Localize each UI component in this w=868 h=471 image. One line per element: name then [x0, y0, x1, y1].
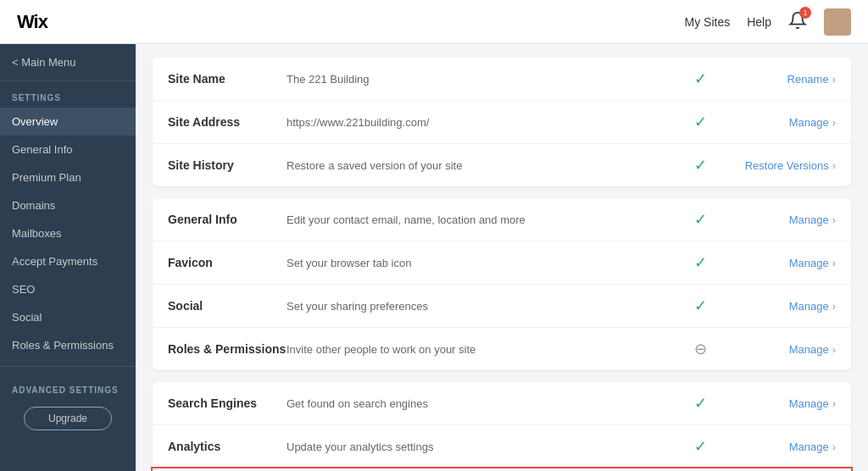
sidebar-item-premium-plan[interactable]: Premium Plan: [0, 163, 136, 191]
main-layout: < Main Menu SETTINGS Overview General In…: [0, 44, 868, 471]
row-status-icon: ✓: [683, 69, 717, 88]
chevron-right-icon: ›: [832, 397, 836, 410]
row-description: Set your sharing preferences: [287, 300, 683, 313]
sidebar-item-social[interactable]: Social: [0, 303, 136, 331]
check-icon: ✓: [694, 437, 707, 456]
main-content: Site Name The 221 Building ✓ Rename › Si…: [136, 44, 868, 471]
notification-count: 1: [799, 7, 811, 19]
sidebar-item-seo[interactable]: SEO: [0, 275, 136, 303]
check-icon: ✓: [694, 253, 707, 272]
table-row: Site Name The 221 Building ✓ Rename ›: [153, 58, 851, 101]
user-avatar[interactable]: [824, 8, 851, 36]
upgrade-button[interactable]: Upgrade: [24, 407, 112, 430]
manage-link[interactable]: Manage: [789, 116, 829, 129]
row-description: Get found on search engines: [287, 397, 683, 410]
manage-link[interactable]: Manage: [789, 257, 829, 269]
sidebar-item-domains[interactable]: Domains: [0, 191, 136, 219]
row-label: Roles & Permissions: [168, 342, 287, 356]
row-description: Invite other people to work on your site: [287, 343, 683, 356]
check-icon: ✓: [694, 210, 707, 229]
row-action: Manage ›: [717, 116, 836, 129]
check-icon: ✓: [694, 394, 707, 413]
chevron-right-icon: ›: [832, 441, 836, 453]
restore-versions-link[interactable]: Restore Versions: [745, 159, 829, 172]
row-status-icon: ✓: [683, 253, 717, 272]
row-action: Manage ›: [717, 257, 836, 269]
site-details-card: General Info Edit your contact email, na…: [153, 198, 851, 370]
row-action: Manage ›: [717, 300, 836, 313]
chevron-right-icon: ›: [832, 73, 836, 86]
sidebar-item-overview[interactable]: Overview: [0, 108, 136, 136]
table-row: Social Set your sharing preferences ✓ Ma…: [153, 285, 851, 328]
row-status-icon: ✓: [683, 437, 717, 456]
row-label: Site Address: [168, 115, 287, 129]
my-sites-link[interactable]: My Sites: [685, 15, 731, 29]
row-label: Social: [168, 299, 287, 313]
row-action: Manage ›: [717, 397, 836, 410]
sidebar-item-accept-payments[interactable]: Accept Payments: [0, 247, 136, 275]
wix-logo: Wix: [17, 11, 47, 33]
sidebar-divider: [0, 366, 136, 367]
manage-link[interactable]: Manage: [789, 213, 829, 226]
chevron-right-icon: ›: [832, 213, 836, 226]
sidebar: < Main Menu SETTINGS Overview General In…: [0, 44, 136, 471]
chevron-right-icon: ›: [832, 159, 836, 172]
table-row: Search Engines Get found on search engin…: [153, 382, 851, 425]
check-icon: ✓: [694, 156, 707, 175]
manage-link[interactable]: Manage: [789, 300, 829, 313]
check-icon: ✓: [694, 296, 707, 315]
row-label: Search Engines: [168, 396, 287, 410]
row-description: The 221 Building: [287, 73, 683, 86]
site-basics-card: Site Name The 221 Building ✓ Rename › Si…: [153, 58, 851, 186]
row-status-icon: ✓: [683, 113, 717, 131]
table-row: Site Address https://www.221building.com…: [153, 101, 851, 144]
sidebar-item-roles-permissions[interactable]: Roles & Permissions: [0, 331, 136, 359]
row-description: Edit your contact email, name, location …: [287, 213, 683, 226]
row-status-icon: ✓: [683, 210, 717, 229]
row-action: Rename ›: [717, 73, 836, 86]
row-action: Manage ›: [717, 213, 836, 226]
row-description: Update your analytics settings: [287, 441, 683, 453]
chevron-right-icon: ›: [832, 343, 836, 356]
manage-link[interactable]: Manage: [789, 397, 829, 410]
check-icon: ✓: [694, 69, 707, 88]
row-label: General Info: [168, 213, 287, 226]
table-row: Analytics Update your analytics settings…: [153, 425, 851, 468]
table-row: Roles & Permissions Invite other people …: [153, 328, 851, 370]
notifications-bell[interactable]: 1: [788, 11, 807, 33]
row-action: Manage ›: [717, 441, 836, 453]
rename-link[interactable]: Rename: [787, 73, 829, 86]
manage-link[interactable]: Manage: [789, 441, 829, 453]
sidebar-item-mailboxes[interactable]: Mailboxes: [0, 219, 136, 247]
top-nav-right: My Sites Help 1: [685, 8, 851, 36]
row-status-icon: ✓: [683, 394, 717, 413]
table-row: General Info Edit your contact email, na…: [153, 198, 851, 241]
row-status-icon: ✓: [683, 296, 717, 315]
advanced-settings-card: Search Engines Get found on search engin…: [153, 382, 851, 471]
row-action: Restore Versions ›: [717, 159, 836, 172]
chevron-right-icon: ›: [832, 300, 836, 313]
main-menu-back[interactable]: < Main Menu: [0, 44, 136, 81]
row-label: Analytics: [168, 440, 287, 453]
settings-section-label: SETTINGS: [0, 81, 136, 108]
row-label: Site Name: [168, 72, 287, 86]
sidebar-item-general-info[interactable]: General Info: [0, 136, 136, 163]
row-label: Favicon: [168, 256, 287, 269]
help-link[interactable]: Help: [747, 15, 771, 29]
minus-icon: ⊖: [694, 340, 707, 358]
table-row: Favicon Set your browser tab icon ✓ Mana…: [153, 241, 851, 285]
check-icon: ✓: [694, 113, 707, 131]
top-nav: Wix My Sites Help 1: [0, 0, 868, 44]
advanced-settings-label: ADVANCED SETTINGS: [0, 374, 136, 400]
row-status-icon: ⊖: [683, 340, 717, 358]
manage-link[interactable]: Manage: [789, 343, 829, 356]
row-status-icon: ✓: [683, 156, 717, 175]
row-description: Set your browser tab icon: [287, 257, 683, 269]
chevron-right-icon: ›: [832, 257, 836, 269]
row-label: Site History: [168, 158, 287, 172]
row-description: https://www.221building.com/: [287, 116, 683, 129]
row-description: Restore a saved version of your site: [287, 159, 683, 172]
chevron-right-icon: ›: [832, 116, 836, 129]
row-action: Manage ›: [717, 343, 836, 356]
table-row: Site History Restore a saved version of …: [153, 144, 851, 186]
